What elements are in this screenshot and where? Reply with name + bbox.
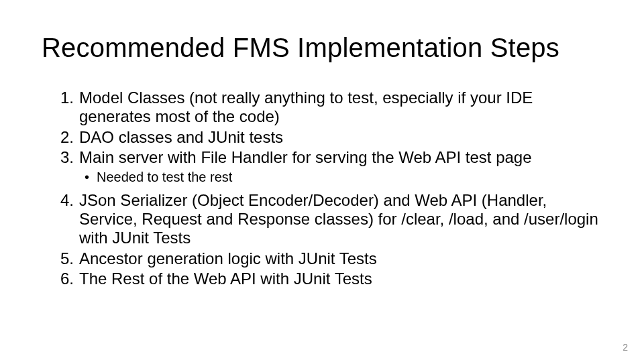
list-item-text: DAO classes and JUnit tests (79, 128, 283, 146)
list-item-text: Model Classes (not really anything to te… (79, 88, 533, 125)
list-item-text: Ancestor generation logic with JUnit Tes… (79, 249, 377, 267)
list-item: DAO classes and JUnit tests (42, 128, 602, 147)
list-item-text: The Rest of the Web API with JUnit Tests (79, 269, 372, 288)
slide-title: Recommended FMS Implementation Steps (42, 32, 602, 63)
list-item: Main server with File Handler for servin… (42, 148, 602, 186)
list-item: JSon Serializer (Object Encoder/Decoder)… (42, 191, 602, 248)
sub-list-item: Needed to test the rest (82, 170, 602, 186)
sub-list: Needed to test the rest (79, 170, 602, 186)
list-item-text: JSon Serializer (Object Encoder/Decoder)… (79, 191, 598, 247)
sub-list-item-text: Needed to test the rest (97, 170, 232, 184)
steps-list: Model Classes (not really anything to te… (42, 88, 602, 288)
slide: Recommended FMS Implementation Steps Mod… (0, 0, 644, 362)
page-number: 2 (623, 342, 628, 353)
list-item: Ancestor generation logic with JUnit Tes… (42, 249, 602, 268)
list-item-text: Main server with File Handler for servin… (79, 148, 532, 166)
list-item: Model Classes (not really anything to te… (42, 88, 602, 127)
steps-list-container: Model Classes (not really anything to te… (42, 88, 602, 288)
list-item: The Rest of the Web API with JUnit Tests (42, 269, 602, 288)
